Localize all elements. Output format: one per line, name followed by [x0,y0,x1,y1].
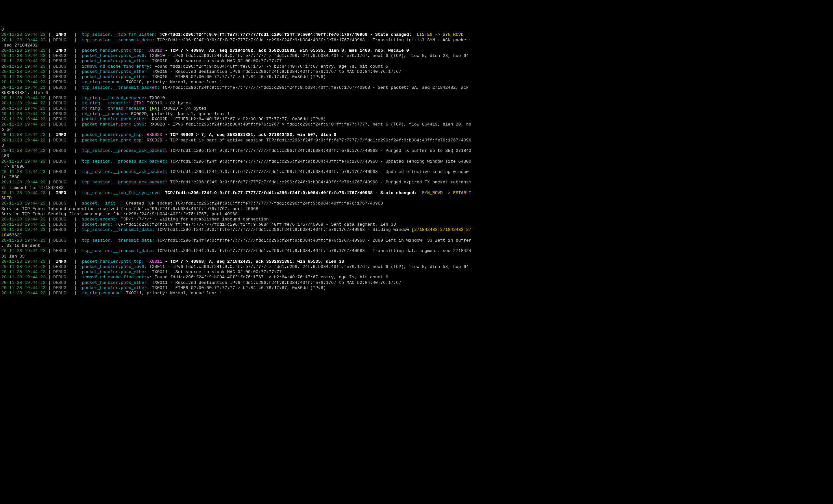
log-line: seq 271842482 [1,43,832,48]
log-line: 20-11-28 19:44:23 | DEBUG | tcp_session.… [1,38,832,43]
log-line: 20-11-28 19:44:23 | DEBUG | tx_ring.__th… [1,96,832,101]
log-line: Service TCP Echo: Sending first message … [1,212,832,217]
log-line: SHED [1,196,832,201]
log-line: 20-11-28 19:44:23 | DEBUG | packet_handl… [1,58,832,64]
log-line: 20-11-28 19:44:23 | DEBUG | rx_ring.__en… [1,111,832,117]
log-line: , 33 to be sent [1,243,832,248]
log-line: 20-11-28 19:44:23 | DEBUG | packet_handl… [1,270,832,275]
log-line: 20-11-28 19:44:23 | DEBUG | packet_handl… [1,264,832,270]
log-line: 20-11-28 19:44:23 | DEBUG | rx_ring.__th… [1,106,832,111]
log-line: 20-11-28 19:44:23 | DEBUG | icmpv6_nd_ca… [1,64,832,69]
log-line: 20-11-28 19:44:23 | INFO | packet_handle… [1,259,832,264]
log-line: 20-11-28 19:44:23 | DEBUG | tcp_session.… [1,148,832,153]
log-line: 20-11-28 19:44:23 | DEBUG | packet_handl… [1,122,832,127]
log-line: 20-11-28 19:44:23 | INFO | tcp_session._… [1,32,832,37]
log-line: 20-11-28 19:44:23 | DEBUG | packet_handl… [1,74,832,80]
log-line: 20-11-28 19:44:23 | DEBUG | socket.__ini… [1,201,832,206]
log-line: 20-11-28 19:44:23 | DEBUG | tcp_session.… [1,180,832,185]
log-line: 20-11-28 19:44:23 | DEBUG | tx_ring.enqu… [1,291,832,296]
log-line: 483 [1,153,832,159]
log-line: 20-11-28 19:44:23 | DEBUG | packet_handl… [1,280,832,285]
log-line: 20-11-28 19:44:23 | DEBUG | tcp_session.… [1,170,832,175]
log-line: 1845363] [1,233,832,238]
log-line: 20-11-28 19:44:23 | INFO | packet_handle… [1,132,832,137]
log-line: 20-11-28 19:44:23 | DEBUG | tcp_session.… [1,238,832,243]
log-line: 20-11-28 19:44:23 | DEBUG | socket.accep… [1,217,832,222]
log-line: 20-11-28 19:44:23 | DEBUG | tx_ring.enqu… [1,80,832,85]
log-line: p 64 [1,127,832,132]
log-line: -> 64896 [1,164,832,170]
log-line: 20-11-28 19:44:23 | DEBUG | packet_handl… [1,285,832,291]
log-line: 20-11-28 19:44:23 | INFO | packet_handle… [1,48,832,53]
log-line: 20-11-28 19:44:23 | INFO | tcp_session._… [1,191,832,196]
log-line: 83 len 33 [1,254,832,259]
log-line: 20-11-28 19:44:23 | DEBUG | socket.send:… [1,222,832,227]
log-line: it timeout for 271842482 [1,185,832,191]
log-line: 20-11-28 19:44:23 | DEBUG | icmpv6_nd_ca… [1,275,832,280]
log-line: 8 [1,143,832,148]
log-line: 8 [1,27,832,32]
log-line: 20-11-28 19:44:23 | DEBUG | packet_handl… [1,53,832,58]
terminal-log[interactable]: 820-11-28 19:44:23 | INFO | tcp_session.… [0,26,833,297]
log-line: 20-11-28 19:44:23 | DEBUG | tcp_session.… [1,85,832,91]
log-line: Service TCP Echo: Inbound connection rec… [1,206,832,212]
log-line: to 2880 [1,175,832,180]
log-line: 20-11-28 19:44:23 | DEBUG | tx_ring.__tr… [1,101,832,106]
log-line: 20-11-28 19:44:23 | DEBUG | packet_handl… [1,117,832,122]
log-line: 20-11-28 19:44:23 | DEBUG | packet_handl… [1,69,832,74]
log-line: 20-11-28 19:44:23 | DEBUG | packet_handl… [1,138,832,143]
log-line: 20-11-28 19:44:23 | DEBUG | tcp_session.… [1,248,832,254]
log-line: 3582631881, dlen 0 [1,91,832,96]
log-line: 20-11-28 19:44:23 | DEBUG | tcp_session.… [1,159,832,164]
log-line: 20-11-28 19:44:23 | DEBUG | tcp_session.… [1,227,832,232]
